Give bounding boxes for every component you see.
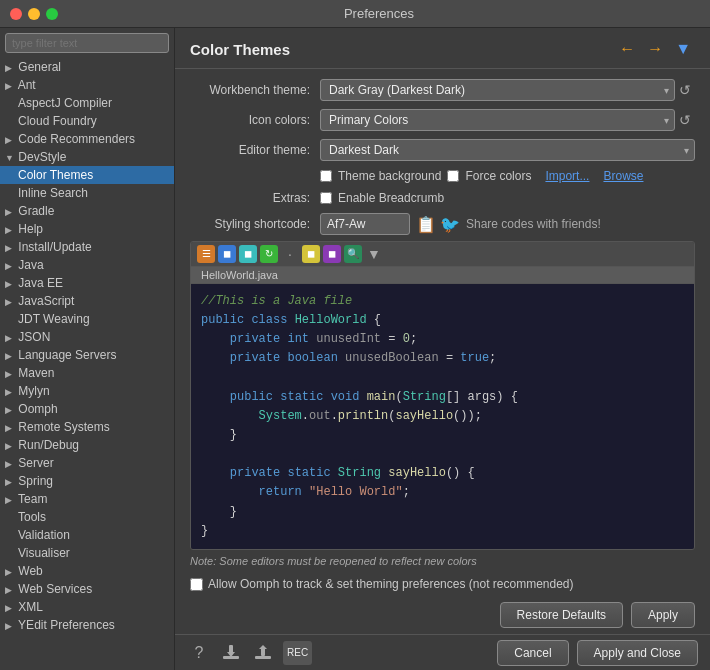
- enable-breadcrumb-row: Enable Breadcrumb: [320, 191, 444, 205]
- footer-bar: ? RE: [175, 634, 710, 670]
- enable-breadcrumb-checkbox[interactable]: [320, 192, 332, 204]
- cancel-button[interactable]: Cancel: [497, 640, 568, 666]
- sidebar-item-webservices[interactable]: ▶ Web Services: [0, 580, 174, 598]
- workbench-theme-wrapper: Dark Gray (Darkest Dark) Default Dark Li…: [320, 79, 675, 101]
- rec-button[interactable]: REC: [283, 641, 312, 665]
- export-icon[interactable]: [251, 641, 275, 665]
- oomph-checkbox[interactable]: [190, 578, 203, 591]
- back-button[interactable]: ←: [615, 38, 639, 60]
- sidebar-item-ant[interactable]: ▶ Ant: [0, 76, 174, 94]
- sidebar-item-mylyn[interactable]: ▶ Mylyn: [0, 382, 174, 400]
- sidebar-item-javaee[interactable]: ▶ Java EE: [0, 274, 174, 292]
- close-button[interactable]: [10, 8, 22, 20]
- code-toolbar: ☰ ◼ ◼ ↻ · ◼ ◼ 🔍 ▼: [191, 242, 694, 267]
- restore-apply-row: Restore Defaults Apply: [175, 596, 710, 634]
- shortcode-input[interactable]: [320, 213, 410, 235]
- sidebar-item-java[interactable]: ▶ Java: [0, 256, 174, 274]
- sidebar-item-general[interactable]: ▶ General: [0, 58, 174, 76]
- code-line-9: return "Hello World";: [201, 483, 684, 502]
- shortcode-input-row: 📋 🐦 Share codes with friends!: [320, 213, 601, 235]
- sidebar-item-yedit[interactable]: ▶ YEdit Preferences: [0, 616, 174, 634]
- icon-colors-refresh-button[interactable]: ↺: [675, 110, 695, 130]
- sidebar-item-help[interactable]: ▶ Help: [0, 220, 174, 238]
- sidebar-item-team[interactable]: ▶ Team: [0, 490, 174, 508]
- toolbar-icon-6[interactable]: ◼: [323, 245, 341, 263]
- main-content: ▶ General ▶ Ant AspectJ Compiler Cloud F…: [0, 28, 710, 670]
- apply-button[interactable]: Apply: [631, 602, 695, 628]
- editor-theme-select[interactable]: Darkest Dark Default Dark Monokai: [320, 139, 695, 161]
- import-link[interactable]: Import...: [545, 169, 589, 183]
- toolbar-icon-1[interactable]: ☰: [197, 245, 215, 263]
- icon-colors-control: Primary Colors Colorful Monochrome ▾ ↺: [320, 109, 695, 131]
- theme-options-control: Theme background Force colors Import... …: [320, 169, 695, 183]
- footer-right: Cancel Apply and Close: [497, 640, 698, 666]
- workbench-refresh-button[interactable]: ↺: [675, 80, 695, 100]
- help-icon[interactable]: ?: [187, 641, 211, 665]
- toolbar-icon-dropdown[interactable]: ▼: [365, 245, 383, 263]
- restore-defaults-button[interactable]: Restore Defaults: [500, 602, 623, 628]
- sidebar-item-rundebug[interactable]: ▶ Run/Debug: [0, 436, 174, 454]
- workbench-theme-select[interactable]: Dark Gray (Darkest Dark) Default Dark Li…: [320, 79, 675, 101]
- sidebar-item-server[interactable]: ▶ Server: [0, 454, 174, 472]
- sidebar-item-spring[interactable]: ▶ Spring: [0, 472, 174, 490]
- toolbar-icon-4[interactable]: ↻: [260, 245, 278, 263]
- maximize-button[interactable]: [46, 8, 58, 20]
- sidebar-item-xml[interactable]: ▶ XML: [0, 598, 174, 616]
- restore-apply-buttons: Restore Defaults Apply: [190, 602, 695, 628]
- theme-background-label: Theme background: [338, 169, 441, 183]
- preferences-window: Preferences ▶ General ▶ Ant AspectJ Comp…: [0, 0, 710, 670]
- sidebar-item-javascript[interactable]: ▶ JavaScript: [0, 292, 174, 310]
- twitter-icon[interactable]: 🐦: [440, 215, 460, 234]
- note-text: Note: Some editors must be reopened to r…: [190, 555, 695, 567]
- shortcode-control: 📋 🐦 Share codes with friends!: [320, 213, 695, 235]
- sidebar-item-languageservers[interactable]: ▶ Language Servers: [0, 346, 174, 364]
- sidebar-item-aspectj[interactable]: AspectJ Compiler: [0, 94, 174, 112]
- sidebar-item-coderecommenders[interactable]: ▶ Code Recommenders: [0, 130, 174, 148]
- icon-colors-select[interactable]: Primary Colors Colorful Monochrome: [320, 109, 675, 131]
- menu-button[interactable]: ▼: [671, 38, 695, 60]
- sidebar-item-cloudfoundry[interactable]: Cloud Foundry: [0, 112, 174, 130]
- svg-rect-3: [255, 656, 271, 659]
- toolbar-icon-7[interactable]: 🔍: [344, 245, 362, 263]
- import-icon[interactable]: [219, 641, 243, 665]
- sidebar-item-visualiser[interactable]: Visualiser: [0, 544, 174, 562]
- toolbar-icon-5[interactable]: ◼: [302, 245, 320, 263]
- code-line-10: }: [201, 503, 684, 522]
- sidebar-item-json[interactable]: ▶ JSON: [0, 328, 174, 346]
- minimize-button[interactable]: [28, 8, 40, 20]
- theme-background-checkbox-row: Theme background Force colors Import... …: [320, 169, 643, 183]
- sidebar-item-inlinesearch[interactable]: Inline Search: [0, 184, 174, 202]
- sidebar-item-jdtweaving[interactable]: JDT Weaving: [0, 310, 174, 328]
- sidebar-item-oomph[interactable]: ▶ Oomph: [0, 400, 174, 418]
- code-line-6: System.out.println(sayHello());: [201, 407, 684, 426]
- icon-colors-label: Icon colors:: [190, 113, 320, 127]
- sidebar-item-validation[interactable]: Validation: [0, 526, 174, 544]
- sidebar-item-tools[interactable]: Tools: [0, 508, 174, 526]
- forward-button[interactable]: →: [643, 38, 667, 60]
- toolbar-icon-2[interactable]: ◼: [218, 245, 236, 263]
- calendar-icon[interactable]: 📋: [416, 215, 436, 234]
- workbench-theme-control: Dark Gray (Darkest Dark) Default Dark Li…: [320, 79, 695, 101]
- browse-link[interactable]: Browse: [603, 169, 643, 183]
- sidebar-item-gradle[interactable]: ▶ Gradle: [0, 202, 174, 220]
- code-line-2: public class HelloWorld {: [201, 311, 684, 330]
- code-preview-container: ☰ ◼ ◼ ↻ · ◼ ◼ 🔍 ▼ HelloWorld.java //This…: [190, 241, 695, 550]
- sidebar-item-colorthemes[interactable]: Color Themes: [0, 166, 174, 184]
- sidebar-item-installupdate[interactable]: ▶ Install/Update: [0, 238, 174, 256]
- shortcode-icons: 📋 🐦: [416, 215, 460, 234]
- sidebar-item-remotesystems[interactable]: ▶ Remote Systems: [0, 418, 174, 436]
- window-title: Preferences: [58, 6, 700, 21]
- sidebar-item-devstyle[interactable]: ▼ DevStyle: [0, 148, 174, 166]
- code-area: //This is a Java file public class Hello…: [191, 284, 694, 549]
- theme-options-row: Theme background Force colors Import... …: [190, 169, 695, 183]
- sidebar-item-web[interactable]: ▶ Web: [0, 562, 174, 580]
- code-line-11: }: [201, 522, 684, 541]
- sidebar-item-maven[interactable]: ▶ Maven: [0, 364, 174, 382]
- apply-and-close-button[interactable]: Apply and Close: [577, 640, 698, 666]
- toolbar-icon-3[interactable]: ◼: [239, 245, 257, 263]
- titlebar: Preferences: [0, 0, 710, 28]
- shortcode-row: Styling shortcode: 📋 🐦 Share codes with …: [190, 213, 695, 235]
- force-colors-checkbox[interactable]: [447, 170, 459, 182]
- theme-background-checkbox[interactable]: [320, 170, 332, 182]
- filter-input[interactable]: [5, 33, 169, 53]
